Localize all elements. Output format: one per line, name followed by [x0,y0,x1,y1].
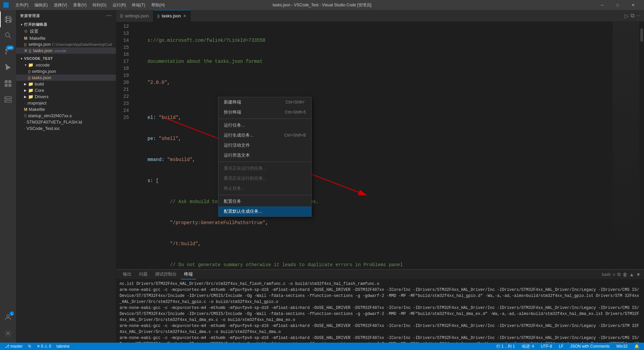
status-tabnine[interactable]: tabnine [55,344,71,349]
open-editors-section[interactable]: ▾ 打开的编辑器 [16,21,116,28]
status-spaces[interactable]: 缩进: 4 [520,344,535,349]
code-editor[interactable]: s://go.microsoft.com/fwlink/?LinkId=7335… [133,22,613,269]
svg-rect-7 [5,80,8,83]
asm-icon: S [24,114,27,118]
separator-3 [218,195,311,195]
panel: 输出 问题 调试控制台 终端 bash + ⧉ 🗑 ▲ ▼ nc.lst Dri… [116,269,644,343]
code-15: // Do not generate summary otherwise it … [136,261,613,269]
panel-tab-debug[interactable]: 调试控制台 [152,270,180,280]
menu-view[interactable]: 查看(V) [70,2,89,9]
tree-core[interactable]: ▶ 📁 Core [16,87,116,94]
restore-button[interactable]: □ [610,0,625,10]
more-action-button[interactable]: ··· [636,13,641,19]
tree-settings-json[interactable]: {} settings.json [16,68,116,74]
menu-run-selected[interactable]: 运行所选文本 [218,150,311,160]
tree-startup-label: startup_stm32f407xx.s [28,113,72,118]
ln-21: 21 [116,86,129,93]
vscode-test-arrow: ▾ [19,57,24,60]
terminal-content[interactable]: nc.lst Drivers/STM32F4xx_HAL_Driver/Src/… [116,280,644,343]
tab-settings-json[interactable]: {} settings.json [116,10,153,22]
json-icon-1: {} [24,42,26,46]
position-label: 行 1，列 1 [496,344,515,349]
status-position[interactable]: 行 1，列 1 [495,344,516,349]
status-branch[interactable]: ⎇ master [3,344,24,349]
menu-run-active-file[interactable]: 运行活动文件 [218,140,311,150]
status-errors[interactable]: ✕ 0 ⚠ 0 [35,344,52,349]
menu-run-build-task[interactable]: 运行生成任务... Ctrl+Shift+B [218,130,311,140]
panel-tab-problems[interactable]: 问题 [136,270,151,280]
open-editor-tasks-json[interactable]: ✕ {} tasks.json .vscode [16,47,116,54]
tree-ioc[interactable]: · VSCode_Test.ioc [16,125,116,132]
activity-explorer[interactable] [0,11,16,27]
activity-run[interactable] [0,59,16,75]
tabnine-label: tabnine [56,344,69,349]
menu-new-terminal[interactable]: 新建终端 Ctrl+Shift+` [218,97,311,107]
tree-makefile[interactable]: M Makefile [16,106,116,113]
tab-tasks-json[interactable]: {} tasks.json ✕ [153,10,191,22]
svg-point-14 [6,101,6,102]
tree-drivers[interactable]: ▶ 📁 Drivers [16,94,116,100]
status-line-ending[interactable]: LF [557,344,565,349]
status-sync[interactable]: ↻ [27,344,33,349]
tree-tasks-json[interactable]: {} tasks.json [16,74,116,81]
panel-up-button[interactable]: ▲ [629,272,634,277]
menu-edit[interactable]: 编辑(E) [32,2,50,9]
dot-icon-1: · [24,101,25,105]
code-top6: pe: "shell", [136,135,613,142]
status-left: ⎇ master ↻ ✕ 0 ⚠ 0 tabnine [3,344,71,349]
build-arrow: ▶ [23,82,28,86]
encoding-label: UTF-8 [541,344,552,349]
menu-select[interactable]: 选择(V) [51,2,70,9]
status-os[interactable]: Win32 [615,344,629,349]
activity-search[interactable] [0,27,16,43]
menu-help[interactable]: 帮助(H) [149,2,168,9]
menu-terminal[interactable]: 终端(T) [129,2,148,9]
scrollbar-thumb[interactable] [640,28,643,42]
run-action-button[interactable]: ▷ [625,13,629,19]
ln-14: 14 [116,37,129,44]
split-action-button[interactable]: ⧉ [631,13,634,19]
sidebar-more-button[interactable]: ··· [107,13,112,19]
panel-add-button[interactable]: + [613,272,615,277]
svg-point-16 [7,332,9,334]
status-feedback[interactable]: 🔔 [633,344,641,349]
menu-goto[interactable]: 转到(G) [90,2,109,9]
activity-account[interactable]: 1 [0,309,16,325]
status-encoding[interactable]: UTF-8 [539,344,553,349]
tree-vscode-folder[interactable]: ▾ 📁 .vscode [16,62,116,68]
open-editor-makefile[interactable]: M Makefile [16,35,116,41]
restart-running-label: 重启正在运行的任务... [224,175,267,181]
scrollbar-vertical[interactable] [639,22,644,269]
open-editor-settings[interactable]: ⚙ 设置 [16,28,116,35]
activity-settings[interactable] [0,325,16,341]
menu-run-task[interactable]: 运行任务... [218,120,311,130]
tree-build[interactable]: ▶ 📁 build [16,81,116,87]
menu-run[interactable]: 运行(R) [110,2,129,9]
activity-extensions[interactable] [0,75,16,92]
open-editor-settings-json-label: settings.json C:\Users\ajie\AppData\Roam… [28,42,112,47]
open-editor-settings-json[interactable]: {} settings.json C:\Users\ajie\AppData\R… [16,41,116,47]
line-numbers: 12 13 14 15 16 17 18 19 20 21 22 23 24 2… [116,22,133,269]
svg-point-0 [5,33,9,37]
minimize-button[interactable]: ─ [595,0,610,10]
menu-file[interactable]: 文件(F) [13,2,31,9]
tab-tasks-close[interactable]: ✕ [183,14,186,18]
vscode-test-section[interactable]: ▾ VSCODE_TEST [16,55,116,62]
tree-startup[interactable]: S startup_stm32f407xx.s [16,113,116,119]
menu-split-terminal[interactable]: 拆分终端 Ctrl+Shift+5 [218,107,311,117]
close-button[interactable]: ✕ [625,0,641,10]
panel-trash-button[interactable]: 🗑 [623,272,627,277]
menu-configure-default-build[interactable]: 配置默认生成任务... [218,206,311,216]
menu-configure-tasks[interactable]: 配置任务 [218,196,311,206]
activity-remote[interactable] [0,92,16,108]
activity-source-control[interactable]: 10K [0,43,16,59]
panel-split-button[interactable]: ⧉ [617,272,621,277]
term-line-5: arm-none-eabi-gcc -c -mcpu=cortex-m4 -mt… [120,335,641,343]
tree-ld[interactable]: · STM32F407VETx_FLASH.ld [16,119,116,125]
close-icon-tasks[interactable]: ✕ [24,48,27,53]
status-language[interactable]: JSON with Comments [569,344,611,349]
panel-tab-terminal[interactable]: 终端 [181,270,196,280]
panel-tab-output[interactable]: 输出 [120,270,135,280]
panel-down-button[interactable]: ▼ [636,272,641,277]
tree-mxproject[interactable]: · .mxproject [16,100,116,106]
